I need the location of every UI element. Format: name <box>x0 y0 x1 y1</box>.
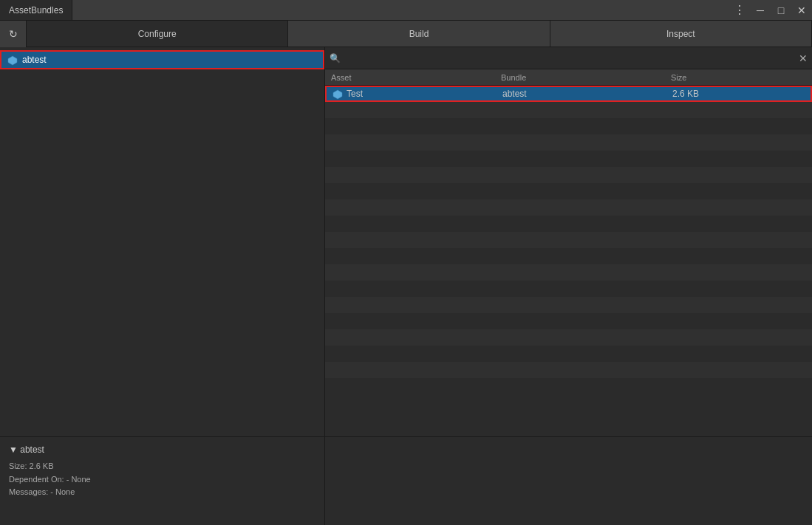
empty-row <box>325 102 812 118</box>
asset-bundle: abtest <box>502 89 527 99</box>
search-bar: 🔍 ✕ <box>325 47 812 69</box>
empty-row <box>325 134 812 151</box>
tab-configure[interactable]: Configure <box>27 21 288 47</box>
bottom-info-messages: Messages: - None <box>9 486 315 499</box>
col-header-bundle: Bundle <box>495 73 665 82</box>
search-icon: 🔍 <box>330 53 341 64</box>
kebab-icon: ⋮ <box>734 3 746 17</box>
build-tab-label: Build <box>409 29 429 39</box>
toolbar: ↻ Configure Build Inspect <box>0 21 812 47</box>
bottom-info-dependent: Dependent On: - None <box>9 473 315 487</box>
configure-tab-label: Configure <box>138 29 177 39</box>
svg-marker-1 <box>333 90 342 99</box>
bundle-list[interactable]: abtest <box>0 47 324 436</box>
right-panel: 🔍 ✕ Asset Bundle Size <box>325 47 812 525</box>
empty-row <box>325 216 812 232</box>
asset-size-cell: 2.6 KB <box>666 89 811 99</box>
right-bottom-panel <box>325 436 812 525</box>
asset-name-cell: Test <box>327 88 497 100</box>
empty-row <box>325 329 812 346</box>
refresh-icon: ↻ <box>9 28 18 40</box>
bottom-info-title: ▼ abtest <box>9 443 315 457</box>
kebab-menu-button[interactable]: ⋮ <box>729 0 750 21</box>
left-panel: abtest ▼ abtest Size: 2.6 KB Dependent O… <box>0 47 325 525</box>
empty-row <box>325 199 812 216</box>
minimize-icon: ─ <box>757 4 764 16</box>
maximize-button[interactable]: □ <box>771 0 791 21</box>
svg-marker-0 <box>8 56 17 65</box>
empty-row <box>325 232 812 248</box>
asset-name: Test <box>347 89 363 99</box>
empty-row <box>325 183 812 199</box>
minimize-button[interactable]: ─ <box>750 0 771 21</box>
close-button[interactable]: ✕ <box>791 0 812 21</box>
clear-icon: ✕ <box>799 52 808 64</box>
empty-row <box>325 248 812 264</box>
table-row[interactable]: Test abtest 2.6 KB <box>325 86 812 102</box>
empty-row <box>325 297 812 313</box>
bottom-info-size: Size: 2.6 KB <box>9 460 315 473</box>
asset-size: 2.6 KB <box>672 89 699 99</box>
tab-build[interactable]: Build <box>288 21 550 47</box>
bundle-name: abtest <box>22 55 47 65</box>
maximize-icon: □ <box>778 4 784 16</box>
bundle-icon <box>7 54 18 66</box>
col-header-size: Size <box>665 73 812 82</box>
title-bar-controls: ⋮ ─ □ ✕ <box>729 0 812 20</box>
search-clear-button[interactable]: ✕ <box>799 52 808 64</box>
title-bar: AssetBundles ⋮ ─ □ ✕ <box>0 0 812 21</box>
table-header: Asset Bundle Size <box>325 69 812 86</box>
empty-row <box>325 281 812 297</box>
bundle-item[interactable]: abtest <box>0 50 324 69</box>
tab-buttons: Configure Build Inspect <box>27 21 812 47</box>
empty-row <box>325 362 812 378</box>
tab-inspect[interactable]: Inspect <box>550 21 812 47</box>
title-label: AssetBundles <box>9 5 63 16</box>
inspect-tab-label: Inspect <box>666 29 695 39</box>
empty-row <box>325 313 812 329</box>
asset-table: Asset Bundle Size Test <box>325 69 812 436</box>
col-header-asset: Asset <box>325 73 495 82</box>
asset-icon <box>332 88 343 100</box>
main-layout: abtest ▼ abtest Size: 2.6 KB Dependent O… <box>0 47 812 525</box>
empty-row <box>325 264 812 281</box>
asset-bundle-cell: abtest <box>497 89 666 99</box>
refresh-button[interactable]: ↻ <box>0 21 27 47</box>
close-icon: ✕ <box>797 4 806 16</box>
empty-row <box>325 151 812 167</box>
empty-row <box>325 378 812 394</box>
title-tab[interactable]: AssetBundles <box>0 0 72 20</box>
bottom-info-panel: ▼ abtest Size: 2.6 KB Dependent On: - No… <box>0 436 324 525</box>
empty-row <box>325 167 812 183</box>
asset-rows: Test abtest 2.6 KB <box>325 86 812 436</box>
empty-row <box>325 118 812 134</box>
empty-row <box>325 346 812 362</box>
search-input[interactable] <box>344 53 799 64</box>
